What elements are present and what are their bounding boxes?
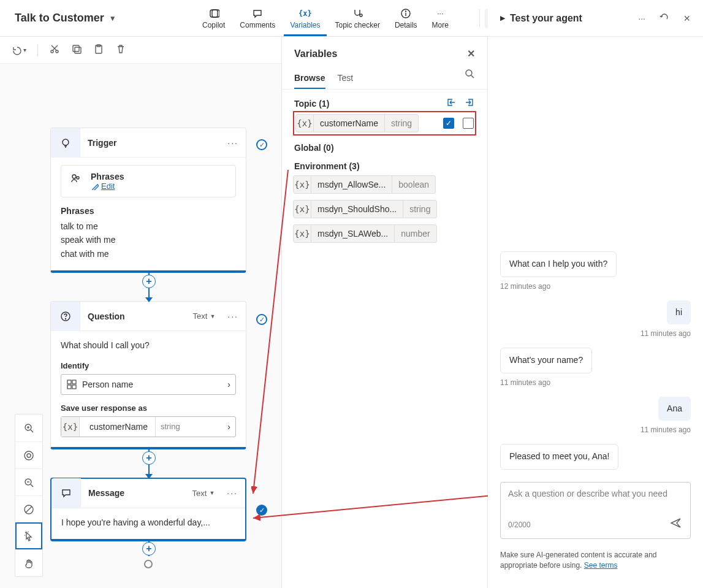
test-title: Test your agent bbox=[510, 13, 625, 24]
copy-icon[interactable] bbox=[71, 44, 82, 56]
variable-row[interactable]: {x}msdyn_SLAWeb...number bbox=[293, 221, 476, 246]
node-more-icon[interactable]: ··· bbox=[220, 311, 246, 321]
tab-variables[interactable]: {x} Variables bbox=[284, 4, 326, 36]
svg-line-30 bbox=[26, 506, 32, 513]
bot-message: What's your name? bbox=[500, 348, 592, 373]
bot-message: Pleased to meet you, Ana! bbox=[500, 444, 618, 470]
send-icon[interactable] bbox=[669, 517, 683, 532]
node-question[interactable]: Question Text▼ ··· What should I call yo… bbox=[50, 301, 246, 449]
edit-link[interactable]: Edit bbox=[91, 181, 124, 191]
svg-point-6 bbox=[56, 50, 58, 53]
tab-more[interactable]: ··· More bbox=[426, 4, 455, 36]
svg-point-13 bbox=[77, 177, 79, 179]
node-more-icon[interactable]: ··· bbox=[220, 138, 246, 148]
message-body: I hope you're having a wonderful day,... bbox=[61, 516, 235, 529]
node-more-icon[interactable]: ··· bbox=[219, 488, 245, 498]
save-as-select[interactable]: {x} customerName string › bbox=[61, 416, 236, 437]
refresh-icon[interactable] bbox=[659, 12, 670, 25]
chat-input[interactable]: Ask a question or describe what you need… bbox=[500, 482, 691, 539]
more-icon: ··· bbox=[435, 8, 446, 19]
search-icon[interactable] bbox=[464, 68, 475, 89]
fit-button[interactable] bbox=[15, 441, 42, 468]
svg-point-15 bbox=[65, 318, 66, 319]
svg-point-12 bbox=[72, 175, 76, 178]
disclaimer: Make sure AI-generated content is accura… bbox=[488, 546, 703, 588]
pointer-button[interactable] bbox=[15, 522, 42, 549]
tab-comments[interactable]: Comments bbox=[234, 4, 281, 36]
svg-line-32 bbox=[471, 75, 474, 78]
chevron-down-icon: ▼ bbox=[109, 14, 116, 23]
page-title[interactable]: Talk to Customer ▼ bbox=[0, 12, 196, 25]
add-node-button[interactable]: + bbox=[142, 451, 156, 465]
variable-row[interactable]: {x}msdyn_ShouldSho...string bbox=[293, 197, 476, 221]
zoom-out-button[interactable] bbox=[15, 468, 42, 495]
variable-icon: {x} bbox=[295, 114, 314, 132]
svg-line-34 bbox=[253, 494, 512, 518]
export-icon[interactable] bbox=[464, 97, 475, 110]
user-message: hi bbox=[667, 300, 691, 325]
undo-button[interactable]: ▾ bbox=[11, 45, 26, 56]
identify-select[interactable]: Person name › bbox=[61, 374, 236, 395]
svg-rect-16 bbox=[67, 380, 71, 384]
check-outline-icon: ✓ bbox=[256, 314, 267, 325]
delete-icon[interactable] bbox=[115, 44, 126, 56]
end-node-icon bbox=[144, 560, 153, 568]
tab-topic-checker[interactable]: Topic checker bbox=[329, 4, 386, 36]
question-icon bbox=[51, 302, 80, 331]
svg-rect-19 bbox=[72, 385, 76, 389]
group-topic: Topic (1) bbox=[282, 90, 487, 111]
trigger-phrase: chat with me bbox=[61, 247, 236, 261]
svg-rect-1 bbox=[212, 10, 219, 17]
variables-icon: {x} bbox=[300, 8, 311, 19]
zoom-in-button[interactable] bbox=[15, 414, 42, 441]
checkbox-output[interactable] bbox=[463, 118, 474, 129]
paste-icon[interactable] bbox=[93, 44, 104, 56]
variable-row[interactable]: {x}msdyn_AllowSe...boolean bbox=[293, 172, 476, 197]
close-icon[interactable]: ✕ bbox=[683, 13, 691, 23]
tab-browse[interactable]: Browse bbox=[294, 68, 325, 89]
svg-line-21 bbox=[31, 430, 33, 432]
lightbulb-icon bbox=[51, 128, 80, 158]
close-icon[interactable]: ✕ bbox=[467, 48, 475, 59]
variable-row-customername[interactable]: {x} customerName string ✓ bbox=[293, 111, 476, 136]
check-outline-icon: ✓ bbox=[256, 139, 267, 150]
svg-rect-8 bbox=[75, 47, 81, 53]
group-global: Global (0) bbox=[282, 136, 487, 154]
grid-icon bbox=[66, 379, 77, 390]
variables-panel: Variables ✕ Browse Test Topic (1) {x} cu… bbox=[282, 37, 488, 588]
message-icon bbox=[51, 478, 81, 508]
terms-link[interactable]: See terms bbox=[584, 561, 618, 570]
chat-log: What can I help you with? 12 minutes ago… bbox=[488, 37, 703, 475]
reset-button[interactable] bbox=[15, 495, 42, 522]
node-message[interactable]: Message Text▼ ··· I hope you're having a… bbox=[50, 478, 246, 541]
tab-details[interactable]: Details bbox=[389, 4, 424, 36]
svg-rect-18 bbox=[67, 385, 71, 389]
phrases-card[interactable]: Phrases Edit bbox=[61, 165, 236, 197]
chevron-right-icon[interactable]: ▶ bbox=[500, 14, 505, 22]
char-counter: 0/2000 bbox=[508, 521, 531, 529]
tab-copilot[interactable]: Copilot bbox=[196, 4, 231, 36]
trigger-phrase: talk to me bbox=[61, 220, 236, 233]
node-trigger[interactable]: Trigger ··· Phrases Edit Phrases talk to… bbox=[50, 128, 246, 273]
svg-point-24 bbox=[27, 454, 31, 457]
group-environment: Environment (3) bbox=[282, 154, 487, 172]
chevron-right-icon: › bbox=[227, 380, 230, 389]
type-select[interactable]: Text▼ bbox=[193, 311, 221, 321]
more-icon[interactable]: ··· bbox=[638, 13, 645, 23]
svg-rect-7 bbox=[73, 45, 79, 52]
checkbox-input[interactable]: ✓ bbox=[443, 118, 454, 129]
question-prompt: What should I call you? bbox=[61, 338, 236, 352]
type-select[interactable]: Text▼ bbox=[192, 489, 220, 498]
title-text: Talk to Customer bbox=[15, 12, 104, 25]
stethoscope-icon bbox=[352, 8, 363, 19]
add-node-button[interactable]: + bbox=[142, 542, 156, 556]
trigger-phrase: speak with me bbox=[61, 233, 236, 246]
import-icon[interactable] bbox=[446, 97, 457, 110]
svg-point-25 bbox=[25, 451, 33, 460]
cut-icon[interactable] bbox=[49, 44, 60, 56]
add-node-button[interactable]: + bbox=[142, 275, 156, 288]
hand-button[interactable] bbox=[15, 549, 42, 576]
svg-line-27 bbox=[31, 484, 33, 487]
tab-test[interactable]: Test bbox=[338, 68, 354, 89]
svg-point-5 bbox=[51, 50, 53, 53]
